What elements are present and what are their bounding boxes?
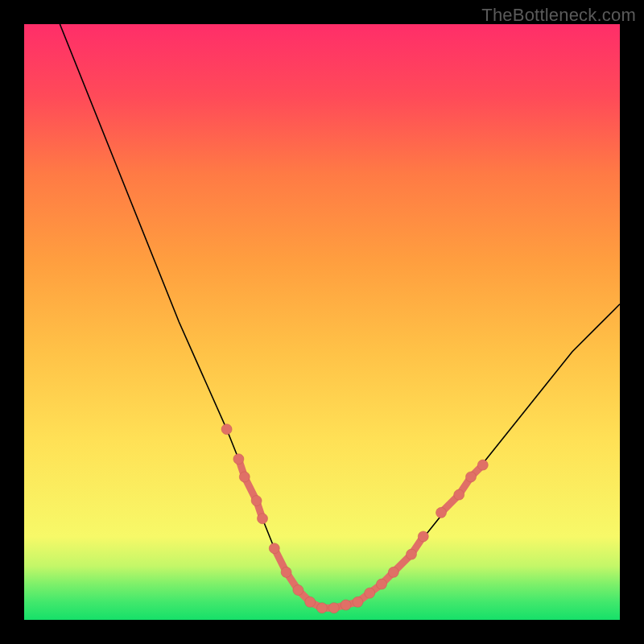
chart-svg xyxy=(24,24,620,620)
marker-dot xyxy=(365,588,375,598)
marker-dot xyxy=(269,543,279,554)
marker-dot xyxy=(418,531,428,542)
marker-dot xyxy=(353,597,363,607)
marker-dot xyxy=(388,567,398,577)
marker-layer xyxy=(221,424,488,613)
marker-dot xyxy=(328,603,339,613)
marker-dot xyxy=(341,600,351,610)
marker-dot xyxy=(221,424,232,435)
plot-area xyxy=(24,24,620,620)
marker-dot xyxy=(293,585,303,596)
marker-dot xyxy=(317,603,328,613)
marker-dot xyxy=(251,496,262,506)
marker-dot xyxy=(233,454,244,464)
marker-dot xyxy=(281,567,291,577)
marker-dot xyxy=(477,460,488,470)
marker-dot xyxy=(239,472,250,482)
marker-dot xyxy=(454,489,464,500)
marker-dot xyxy=(436,507,447,518)
marker-dot xyxy=(407,549,417,559)
watermark-text: TheBottleneck.com xyxy=(481,5,636,26)
chart-frame: TheBottleneck.com xyxy=(0,0,644,644)
marker-dot xyxy=(258,514,268,524)
bottleneck-curve xyxy=(60,24,620,608)
marker-dot xyxy=(305,597,316,607)
marker-dot xyxy=(377,579,387,589)
marker-dot xyxy=(466,472,477,482)
